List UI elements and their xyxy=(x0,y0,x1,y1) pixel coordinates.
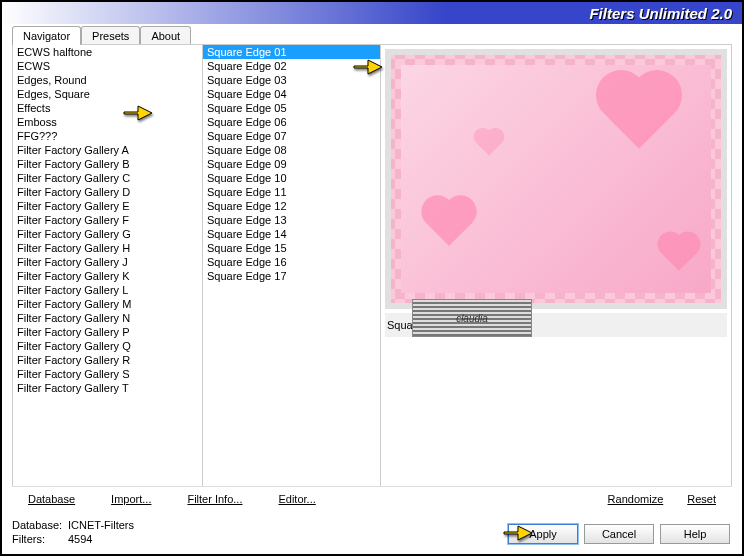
filter-item[interactable]: Square Edge 14 xyxy=(203,227,380,241)
category-item[interactable]: Filter Factory Gallery P xyxy=(13,325,202,339)
filters-label: Filters: xyxy=(12,532,68,546)
category-item[interactable]: Edges, Square xyxy=(13,87,202,101)
tab-presets[interactable]: Presets xyxy=(81,26,140,45)
tab-about[interactable]: About xyxy=(140,26,191,45)
app-title: Filters Unlimited 2.0 xyxy=(589,5,732,22)
category-item[interactable]: Filter Factory Gallery G xyxy=(13,227,202,241)
filter-item[interactable]: Square Edge 07 xyxy=(203,129,380,143)
filter-info-button[interactable]: Filter Info... xyxy=(187,493,242,505)
editor-button[interactable]: Editor... xyxy=(278,493,315,505)
category-item[interactable]: Filter Factory Gallery L xyxy=(13,283,202,297)
category-item[interactable]: Filter Factory Gallery B xyxy=(13,157,202,171)
filter-item[interactable]: Square Edge 16 xyxy=(203,255,380,269)
filter-item[interactable]: Square Edge 04 xyxy=(203,87,380,101)
filter-item[interactable]: Square Edge 17 xyxy=(203,269,380,283)
watermark-text: claudia xyxy=(456,313,488,324)
category-item[interactable]: Filter Factory Gallery F xyxy=(13,213,202,227)
category-item[interactable]: Filter Factory Gallery S xyxy=(13,367,202,381)
heart-icon xyxy=(661,235,697,271)
category-item[interactable]: Filter Factory Gallery E xyxy=(13,199,202,213)
filter-item[interactable]: Square Edge 06 xyxy=(203,115,380,129)
preview-fill xyxy=(401,65,711,293)
content-area: ECWS halftoneECWSEdges, RoundEdges, Squa… xyxy=(12,44,732,492)
category-item[interactable]: Filter Factory Gallery H xyxy=(13,241,202,255)
filter-item[interactable]: Square Edge 10 xyxy=(203,171,380,185)
filter-item[interactable]: Square Edge 09 xyxy=(203,157,380,171)
category-item[interactable]: Filter Factory Gallery T xyxy=(13,381,202,395)
filter-item[interactable]: Square Edge 11 xyxy=(203,185,380,199)
category-item[interactable]: Filter Factory Gallery J xyxy=(13,255,202,269)
reset-button[interactable]: Reset xyxy=(687,493,716,505)
category-item[interactable]: Emboss xyxy=(13,115,202,129)
category-item[interactable]: ECWS xyxy=(13,59,202,73)
category-item[interactable]: Filter Factory Gallery R xyxy=(13,353,202,367)
category-item[interactable]: Effects xyxy=(13,101,202,115)
category-item[interactable]: Filter Factory Gallery K xyxy=(13,269,202,283)
filter-item[interactable]: Square Edge 13 xyxy=(203,213,380,227)
filter-item[interactable]: Square Edge 02 xyxy=(203,59,380,73)
title-bar: Filters Unlimited 2.0 xyxy=(2,2,742,24)
status-bar: Database:ICNET-Filters Filters:4594 xyxy=(12,518,134,546)
category-item[interactable]: Filter Factory Gallery C xyxy=(13,171,202,185)
watermark: claudia xyxy=(412,299,532,337)
heart-icon xyxy=(603,77,674,148)
filter-item[interactable]: Square Edge 01 xyxy=(203,45,380,59)
category-item[interactable]: Filter Factory Gallery N xyxy=(13,311,202,325)
randomize-button[interactable]: Randomize xyxy=(608,493,664,505)
apply-button[interactable]: Apply xyxy=(508,524,578,544)
category-item[interactable]: Filter Factory Gallery M xyxy=(13,297,202,311)
preview-pane: Square Edge 01 xyxy=(381,45,731,491)
import-button[interactable]: Import... xyxy=(111,493,151,505)
tab-navigator[interactable]: Navigator xyxy=(12,26,81,45)
heart-icon xyxy=(426,200,472,246)
db-label: Database: xyxy=(12,518,68,532)
category-item[interactable]: Edges, Round xyxy=(13,73,202,87)
category-item[interactable]: Filter Factory Gallery D xyxy=(13,185,202,199)
mid-button-bar: Database Import... Filter Info... Editor… xyxy=(12,486,732,510)
db-value: ICNET-Filters xyxy=(68,519,134,531)
category-item[interactable]: ECWS halftone xyxy=(13,45,202,59)
filter-item[interactable]: Square Edge 03 xyxy=(203,73,380,87)
filter-item[interactable]: Square Edge 05 xyxy=(203,101,380,115)
category-item[interactable]: Filter Factory Gallery Q xyxy=(13,339,202,353)
heart-icon xyxy=(476,130,501,155)
category-list[interactable]: ECWS halftoneECWSEdges, RoundEdges, Squa… xyxy=(13,45,203,491)
category-item[interactable]: FFG??? xyxy=(13,129,202,143)
tab-strip: Navigator Presets About xyxy=(12,26,191,45)
cancel-button[interactable]: Cancel xyxy=(584,524,654,544)
filter-item[interactable]: Square Edge 08 xyxy=(203,143,380,157)
preview-image xyxy=(385,49,727,309)
help-button[interactable]: Help xyxy=(660,524,730,544)
category-item[interactable]: Filter Factory Gallery A xyxy=(13,143,202,157)
filter-item[interactable]: Square Edge 12 xyxy=(203,199,380,213)
bottom-buttons: Apply Cancel Help xyxy=(508,524,730,544)
filter-list[interactable]: Square Edge 01Square Edge 02Square Edge … xyxy=(203,45,381,491)
filters-value: 4594 xyxy=(68,533,92,545)
filter-item[interactable]: Square Edge 15 xyxy=(203,241,380,255)
database-button[interactable]: Database xyxy=(28,493,75,505)
